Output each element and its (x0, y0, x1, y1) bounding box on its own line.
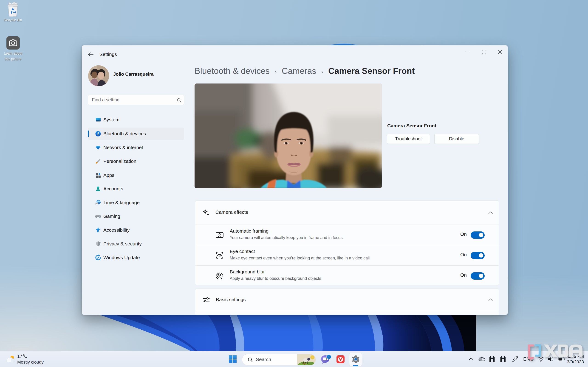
svg-text:1: 1 (328, 355, 330, 359)
